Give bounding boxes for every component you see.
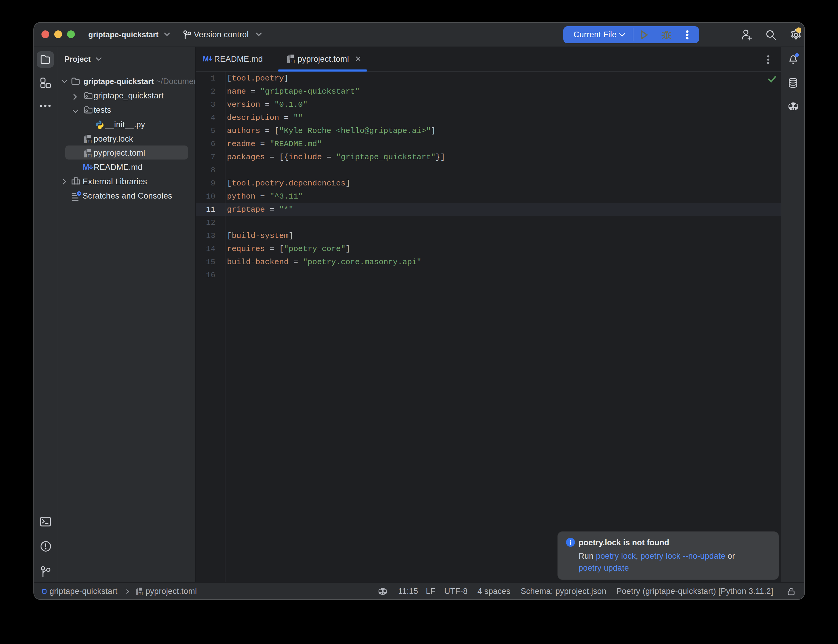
svg-text:[T]: [T] [85, 140, 92, 143]
svg-text:[T]: [T] [137, 592, 143, 595]
svg-text:[T]: [T] [85, 154, 92, 158]
svg-text:[T]: [T] [289, 59, 295, 63]
